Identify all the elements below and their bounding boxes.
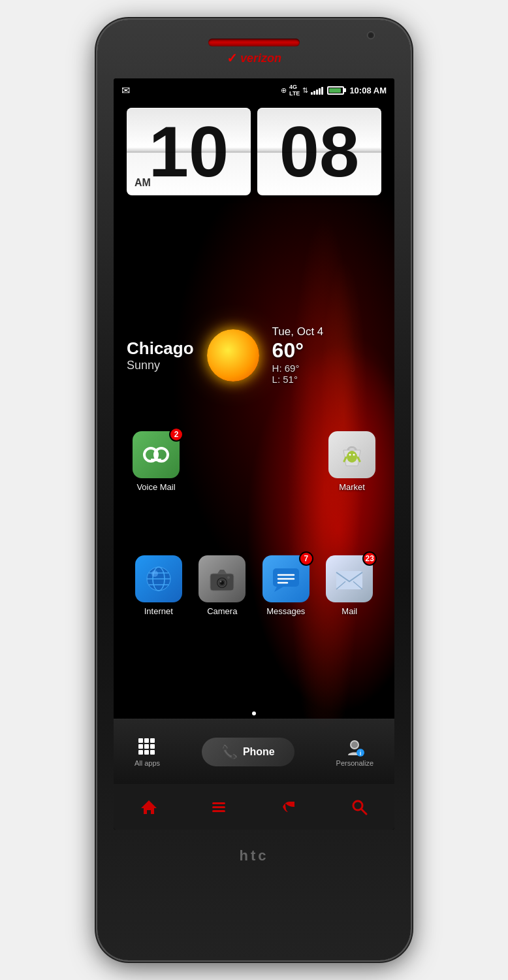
weather-sun-icon [207, 329, 259, 382]
app-item-internet[interactable]: Internet [129, 555, 188, 616]
nav-home-button[interactable] [129, 794, 168, 820]
clock-minute: 08 [279, 116, 359, 188]
mail-icon-wrapper[interactable]: 23 [326, 555, 373, 602]
signal-bar-4 [319, 88, 321, 95]
svg-rect-38 [144, 750, 149, 755]
phone-bottom: htc [97, 830, 411, 882]
all-apps-grid-icon[interactable] [137, 737, 157, 757]
signal-bar-1 [311, 92, 313, 95]
phone-device: ✓ verizon ✉ ⊕ 4GLTE ⇅ [97, 20, 411, 960]
camera-svg [206, 563, 238, 595]
market-svg [336, 438, 368, 471]
app-item-market[interactable]: Market [323, 431, 381, 492]
status-bar: ✉ ⊕ 4GLTE ⇅ 10:08 AM [114, 78, 394, 102]
svg-rect-33 [150, 738, 155, 743]
svg-point-21 [220, 581, 222, 583]
camera-icon-wrapper[interactable] [198, 555, 246, 602]
htc-logo: htc [240, 847, 269, 864]
data-transfer-icon: ⇅ [302, 86, 308, 95]
svg-rect-31 [138, 738, 143, 743]
phone-button[interactable]: 📞 Phone [202, 738, 294, 766]
phone-top: ✓ verizon [97, 20, 411, 78]
svg-rect-36 [150, 744, 155, 749]
all-apps-label: All apps [135, 759, 160, 767]
svg-rect-32 [144, 738, 149, 743]
market-label: Market [339, 482, 365, 492]
dock-bar[interactable]: All apps 📞 Phone i [114, 719, 394, 784]
svg-rect-34 [138, 744, 143, 749]
personalize-icon[interactable]: i [345, 737, 364, 757]
app-item-mail[interactable]: 23 Mail [320, 555, 379, 616]
voicemail-svg [140, 439, 172, 470]
market-icon[interactable] [328, 431, 375, 478]
voicemail-badge: 2 [169, 427, 183, 442]
mail-svg [334, 563, 365, 595]
market-icon-wrapper[interactable] [328, 431, 375, 478]
clock-period: AM [135, 177, 151, 189]
clock-minute-tile[interactable]: 08 [257, 108, 381, 195]
weather-condition: Sunny [127, 359, 194, 372]
signal-bar-3 [316, 90, 318, 95]
gps-icon: ⊕ [281, 86, 287, 95]
weather-date: Tue, Oct 4 [272, 325, 324, 338]
weather-location: Chicago Sunny [127, 338, 194, 372]
status-time: 10:08 AM [349, 86, 387, 95]
app-item-voicemail[interactable]: 2 Voice Mail [127, 431, 185, 492]
svg-rect-45 [212, 806, 225, 808]
clock-hour-tile[interactable]: 10 AM [127, 108, 251, 195]
svg-point-41 [351, 742, 358, 748]
weather-city: Chicago [127, 338, 194, 359]
svg-line-48 [361, 809, 366, 814]
app-item-camera[interactable]: Camera [193, 555, 251, 616]
voicemail-icon-wrapper[interactable]: 2 [133, 431, 180, 478]
battery-fill [329, 88, 341, 93]
dock-personalize[interactable]: i Personalize [336, 737, 373, 767]
dock-phone[interactable]: 📞 Phone [202, 738, 294, 766]
messages-icon-wrapper[interactable]: 7 [262, 555, 310, 602]
app-row-2: Internet [114, 555, 394, 616]
app-row-1: 2 Voice Mail [114, 431, 394, 492]
phone-screen[interactable]: ✉ ⊕ 4GLTE ⇅ 10:08 AM [114, 78, 394, 830]
weather-low: L: 51° [272, 374, 298, 385]
svg-rect-44 [212, 802, 225, 804]
svg-rect-37 [138, 750, 143, 755]
nav-menu-button[interactable] [199, 794, 238, 820]
internet-icon-wrapper[interactable] [135, 555, 182, 602]
camera-label: Camera [207, 606, 237, 616]
carrier-name: verizon [240, 52, 281, 65]
signal-bar-2 [313, 91, 315, 95]
messages-label: Messages [266, 606, 305, 616]
svg-rect-23 [273, 568, 299, 587]
svg-rect-2 [151, 459, 161, 461]
verizon-check-icon: ✓ [227, 50, 238, 66]
signal-bar-5 [321, 87, 323, 95]
svg-point-22 [227, 576, 230, 579]
internet-icon[interactable] [135, 555, 182, 602]
personalize-label: Personalize [336, 759, 373, 767]
messages-svg [270, 563, 302, 595]
nav-search-button[interactable] [340, 794, 379, 820]
svg-point-5 [353, 454, 355, 456]
nav-back-button[interactable] [270, 794, 309, 820]
weather-high: H: 69° [272, 363, 300, 374]
svg-marker-24 [274, 587, 283, 592]
app-item-messages[interactable]: 7 Messages [257, 555, 315, 616]
messages-badge: 7 [299, 551, 313, 566]
battery-icon [327, 86, 344, 95]
svg-rect-35 [144, 744, 149, 749]
front-camera [367, 31, 375, 39]
signal-bars [311, 86, 323, 95]
internet-label: Internet [144, 606, 173, 616]
camera-icon[interactable] [198, 555, 246, 602]
verizon-logo: ✓ verizon [227, 50, 281, 66]
page-indicator [252, 711, 256, 715]
weather-details: Tue, Oct 4 60° H: 69° L: 51° [272, 325, 324, 385]
mail-notification-icon: ✉ [121, 84, 130, 97]
network-type-label: 4GLTE [289, 84, 300, 97]
svg-point-14 [151, 570, 158, 577]
weather-widget[interactable]: Chicago Sunny Tue, Oct 4 60° H: 69° L: 5… [127, 320, 381, 390]
dock-all-apps[interactable]: All apps [135, 737, 160, 767]
nav-bar[interactable] [114, 784, 394, 830]
clock-widget[interactable]: 10 AM 08 [127, 108, 381, 195]
weather-temp: 60° [272, 338, 304, 363]
